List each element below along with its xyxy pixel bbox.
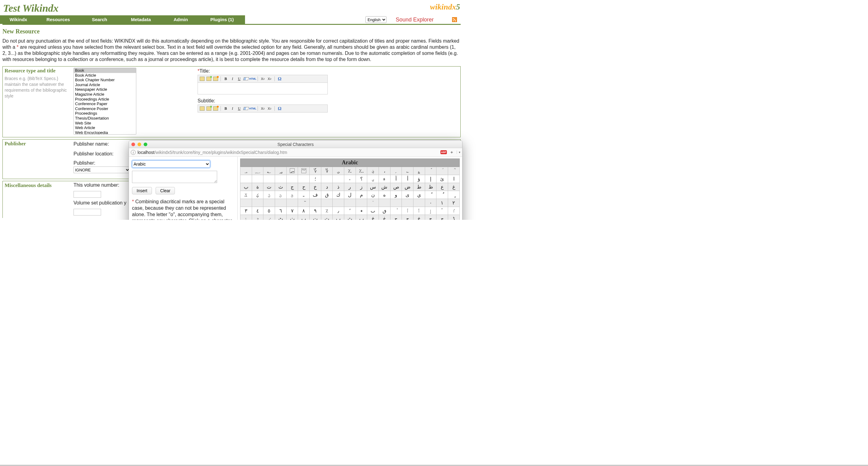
char-cell[interactable]: ي: [413, 191, 425, 199]
char-cell[interactable]: و: [390, 191, 402, 199]
special-chars-button[interactable]: Ω: [277, 76, 282, 82]
paste-icon[interactable]: [199, 106, 205, 111]
char-cell[interactable]: [390, 199, 402, 207]
char-cell[interactable]: م: [355, 191, 367, 199]
char-cell[interactable]: ٢: [448, 199, 460, 207]
clear-button[interactable]: Clear: [156, 187, 175, 194]
char-cell[interactable]: ٓ: [298, 199, 310, 207]
char-cell[interactable]: [355, 199, 367, 207]
char-cell[interactable]: [413, 199, 425, 207]
char-cell[interactable]: ٯ: [379, 207, 391, 215]
publisher-select[interactable]: IGNORE: [73, 167, 130, 173]
char-cell[interactable]: إ: [425, 175, 436, 183]
char-cell[interactable]: ؅: [298, 167, 310, 175]
remove-format-icon[interactable]: [243, 76, 249, 82]
char-cell[interactable]: ه: [379, 191, 391, 199]
insert-button[interactable]: Insert: [132, 187, 152, 194]
char-cell[interactable]: ؟: [355, 175, 367, 183]
resource-type-option[interactable]: Proceedings: [74, 111, 136, 116]
char-cell[interactable]: ط: [413, 183, 425, 191]
char-cell[interactable]: ف: [310, 191, 321, 199]
char-cell[interactable]: [275, 175, 287, 183]
volume-set-input[interactable]: [73, 209, 101, 215]
resource-type-option[interactable]: Thesis/Dissertation: [74, 116, 136, 121]
char-cell[interactable]: ؤ: [413, 175, 425, 183]
char-cell[interactable]: ؠ: [367, 175, 379, 183]
char-cell[interactable]: ؁: [252, 167, 264, 175]
char-cell[interactable]: ؂: [264, 167, 275, 175]
char-cell[interactable]: ؿ: [286, 191, 298, 199]
resource-type-option[interactable]: Book Article: [74, 73, 136, 78]
nav-metadata[interactable]: Metadata: [119, 15, 162, 24]
char-cell[interactable]: ن: [367, 191, 379, 199]
char-cell[interactable]: أ: [402, 175, 413, 183]
char-cell[interactable]: [252, 199, 264, 207]
char-cell[interactable]: د: [321, 183, 333, 191]
nav-admin[interactable]: Admin: [162, 15, 199, 24]
italic-button[interactable]: I: [230, 76, 235, 82]
char-cell[interactable]: ڄ: [402, 215, 413, 220]
resource-type-option[interactable]: Book: [74, 68, 136, 73]
char-cell[interactable]: ٬: [344, 207, 356, 215]
resource-type-option[interactable]: Conference Poster: [74, 106, 136, 111]
char-cell[interactable]: ٷ: [252, 215, 264, 220]
char-cell[interactable]: [333, 175, 344, 183]
resource-type-option[interactable]: Journal Article: [74, 83, 136, 87]
char-cell[interactable]: ح: [298, 183, 310, 191]
char-cell[interactable]: ٨: [298, 207, 310, 215]
char-cell[interactable]: ٲ: [413, 207, 425, 215]
char-cell[interactable]: [275, 199, 287, 207]
char-cell[interactable]: ـ: [298, 191, 310, 199]
char-cell[interactable]: ؃: [275, 167, 287, 175]
charset-select[interactable]: Arabic: [132, 161, 210, 168]
char-cell[interactable]: س: [367, 183, 379, 191]
nav-search[interactable]: Search: [80, 15, 119, 24]
char-cell[interactable]: ؾ: [275, 191, 287, 199]
char-cell[interactable]: ٩: [310, 207, 321, 215]
char-cell[interactable]: ٶ: [241, 215, 252, 220]
char-cell[interactable]: [264, 175, 275, 183]
char-cell[interactable]: ځ: [367, 215, 379, 220]
special-chars-button[interactable]: Ω: [277, 106, 282, 111]
char-cell[interactable]: آ: [390, 175, 402, 183]
char-cell[interactable]: [321, 175, 333, 183]
volume-number-input[interactable]: [73, 191, 101, 198]
resource-type-option[interactable]: Web Article: [74, 125, 136, 130]
nav-resources[interactable]: Resources: [37, 15, 80, 24]
char-cell[interactable]: ؍: [390, 167, 402, 175]
char-cell[interactable]: ٫: [333, 207, 344, 215]
paste-text-icon[interactable]: [206, 106, 212, 111]
paste-icon[interactable]: [199, 76, 205, 82]
char-cell[interactable]: ڂ: [379, 215, 391, 220]
char-cell[interactable]: ض: [402, 183, 413, 191]
paste-text-icon[interactable]: [206, 76, 212, 82]
char-cell[interactable]: [310, 199, 321, 207]
char-cell[interactable]: ر: [344, 183, 356, 191]
char-cell[interactable]: غ: [448, 183, 460, 191]
char-cell[interactable]: ذ: [333, 183, 344, 191]
char-cell[interactable]: ب: [241, 183, 252, 191]
char-cell[interactable]: ث: [275, 183, 287, 191]
char-cell[interactable]: ڇ: [436, 215, 448, 220]
char-cell[interactable]: ٤: [252, 207, 264, 215]
char-cell[interactable]: خ: [310, 183, 321, 191]
char-cell[interactable]: ٌ: [436, 191, 448, 199]
char-cell[interactable]: ڀ: [355, 215, 367, 220]
char-cell[interactable]: ئ: [436, 175, 448, 183]
char-cell[interactable]: ڃ: [390, 215, 402, 220]
char-cell[interactable]: ً: [425, 191, 436, 199]
char-cell[interactable]: ٴ: [436, 207, 448, 215]
char-cell[interactable]: [402, 199, 413, 207]
char-cell[interactable]: ج: [286, 183, 298, 191]
extension-icon[interactable]: ✦: [450, 150, 454, 155]
char-cell[interactable]: ؐ: [425, 167, 436, 175]
html-button[interactable]: HTML: [250, 106, 255, 111]
char-cell[interactable]: ة: [252, 183, 264, 191]
char-cell[interactable]: ٿ: [344, 215, 356, 220]
char-cell[interactable]: ا: [448, 175, 460, 183]
bold-button[interactable]: B: [223, 106, 228, 111]
subscript-button[interactable]: X2: [260, 76, 266, 82]
char-cell[interactable]: ٸ: [264, 215, 275, 220]
char-cell[interactable]: [321, 199, 333, 207]
char-cell[interactable]: ؽ: [264, 191, 275, 199]
